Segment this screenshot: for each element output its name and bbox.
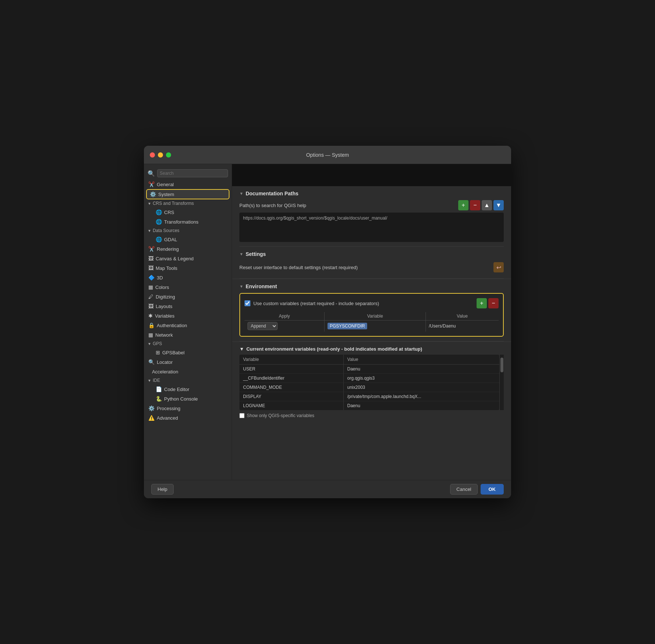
sidebar-item-locator[interactable]: 🔍 Locator (144, 357, 232, 367)
canvas-icon: 🖼 (148, 256, 153, 261)
current-env-title: ▼ Current environment variables (read-on… (239, 346, 504, 352)
cancel-button[interactable]: Cancel (450, 484, 477, 495)
sidebar-item-crs[interactable]: 🌐 CRS (144, 207, 232, 217)
var-value: /private/tmp/com.apple.launchd.bqX... (343, 392, 499, 401)
processing-icon: ⚙️ (148, 405, 155, 411)
sidebar-item-system[interactable]: ⚙️ System (146, 189, 229, 199)
table-row: __CFBundleIdentifier org.qgis.qgis3 (239, 374, 499, 383)
sidebar: 🔍 ✂️ General ⚙️ System ▼ CRS and Transfo… (144, 164, 232, 480)
sidebar-item-3d[interactable]: 🔷 3D (144, 273, 232, 282)
sidebar-item-map-tools[interactable]: 🖼 Map Tools (144, 263, 232, 273)
value-cell: /Users/Daenu (426, 321, 499, 332)
sidebar-item-authentication[interactable]: 🔒 Authentication (144, 321, 232, 330)
apply-header: Apply (245, 312, 324, 321)
sidebar-item-colors[interactable]: ▦ Colors (144, 282, 232, 292)
minimize-button[interactable] (158, 152, 163, 158)
sidebar-item-data-sources[interactable]: ▼ Data Sources (144, 227, 232, 235)
var-col-header: Variable (239, 355, 343, 365)
doc-paths-section: ▼ Documentation Paths Path(s) to search … (232, 186, 511, 246)
titlebar: Options — System (144, 146, 511, 164)
env-var-row: Append Prepend Overwrite PGSYSCONFDIR /U… (245, 321, 499, 332)
layouts-icon: 🖼 (148, 303, 153, 309)
path-buttons: + − ▲ ▼ (458, 200, 504, 210)
sidebar-item-crs-transforms[interactable]: ▼ CRS and Transforms (144, 199, 232, 207)
colors-icon: ▦ (148, 284, 153, 290)
3d-icon: 🔷 (148, 275, 155, 281)
crs-icon: 🌐 (156, 209, 162, 215)
table-row: LOGNAME Daenu (239, 401, 499, 410)
expand-icon: ▼ (148, 229, 151, 233)
sidebar-item-variables[interactable]: ✱ Variables (144, 311, 232, 321)
sidebar-item-acceleration[interactable]: Acceleration (144, 367, 232, 376)
sidebar-item-digitizing[interactable]: 🖊 Digitizing (144, 292, 232, 301)
apply-select[interactable]: Append Prepend Overwrite (247, 322, 278, 330)
maximize-button[interactable] (166, 152, 171, 158)
var-name: LOGNAME (239, 401, 343, 410)
sidebar-item-canvas-legend[interactable]: 🖼 Canvas & Legend (144, 254, 232, 263)
footer-right-buttons: Cancel OK (450, 484, 504, 495)
sidebar-item-network[interactable]: ▦ Network (144, 330, 232, 340)
table-row: DISPLAY /private/tmp/com.apple.launchd.b… (239, 392, 499, 401)
authentication-icon: 🔒 (148, 322, 155, 328)
val-col-header: Value (343, 355, 499, 365)
add-path-button[interactable]: + (458, 200, 468, 210)
settings-title: ▼ Settings (239, 251, 504, 257)
help-button[interactable]: Help (151, 484, 174, 495)
search-input[interactable] (157, 169, 228, 177)
collapse-icon: ▼ (239, 284, 243, 289)
reset-row: Reset user interface to default settings… (239, 261, 504, 274)
sidebar-item-gdal[interactable]: 🌐 GDAL (144, 235, 232, 244)
sidebar-item-code-editor[interactable]: 📄 Code Editor (144, 384, 232, 394)
gpsbabel-icon: ⊞ (156, 350, 160, 355)
var-name: USER (239, 365, 343, 374)
network-icon: ▦ (148, 332, 153, 338)
remove-var-button[interactable]: − (488, 298, 499, 308)
remove-path-button[interactable]: − (470, 200, 480, 210)
show-only-checkbox[interactable] (239, 413, 245, 418)
sidebar-item-advanced[interactable]: ⚠️ Advanced (144, 413, 232, 423)
show-only-row: Show only QGIS-specific variables (239, 410, 504, 421)
locator-icon: 🔍 (148, 359, 155, 365)
system-icon: ⚙️ (150, 191, 156, 197)
reset-button[interactable]: ↩ (493, 262, 504, 272)
add-var-button[interactable]: + (477, 298, 487, 308)
var-name: DISPLAY (239, 392, 343, 401)
python-icon: 🐍 (156, 396, 162, 402)
current-env-section: ▼ Current environment variables (read-on… (232, 341, 511, 426)
current-env-table: Variable Value USER Daenu __CFBundleIden… (239, 355, 499, 410)
move-up-button[interactable]: ▲ (482, 200, 492, 210)
table-row: USER Daenu (239, 365, 499, 374)
sidebar-item-gpsbabel[interactable]: ⊞ GPSBabel (144, 348, 232, 357)
sidebar-item-python-console[interactable]: 🐍 Python Console (144, 394, 232, 404)
sidebar-item-ide[interactable]: ▼ IDE (144, 376, 232, 384)
move-down-button[interactable]: ▼ (493, 200, 504, 210)
sidebar-item-processing[interactable]: ⚙️ Processing (144, 404, 232, 413)
env-section-title: ▼ Environment (239, 283, 504, 289)
expand-icon: ▼ (148, 202, 151, 206)
variable-value: PGSYSCONFDIR (328, 323, 367, 329)
env-vars-container: Variable Value USER Daenu __CFBundleIden… (239, 355, 504, 410)
custom-vars-checkbox[interactable] (245, 300, 250, 306)
table-scrollbar[interactable] (499, 355, 504, 410)
gdal-icon: 🌐 (156, 236, 162, 242)
sidebar-item-transformations[interactable]: 🌐 Transformations (144, 217, 232, 227)
sidebar-item-layouts[interactable]: 🖼 Layouts (144, 301, 232, 311)
apply-cell[interactable]: Append Prepend Overwrite (245, 321, 324, 332)
custom-vars-checkbox-label[interactable]: Use custom variables (restart required -… (245, 300, 379, 306)
var-name: __CFBundleIdentifier (239, 374, 343, 383)
ok-button[interactable]: OK (481, 484, 504, 495)
advanced-icon: ⚠️ (148, 415, 155, 421)
doc-paths-title: ▼ Documentation Paths (239, 191, 504, 196)
general-icon: ✂️ (148, 181, 155, 187)
expand-icon: ▼ (148, 379, 151, 383)
acceleration-icon (148, 369, 150, 375)
table-row: COMMAND_MODE unix2003 (239, 383, 499, 392)
variable-cell: PGSYSCONFDIR (324, 321, 426, 332)
sidebar-item-rendering[interactable]: ✂️ Rendering (144, 244, 232, 254)
sidebar-item-gps[interactable]: ▼ GPS (144, 340, 232, 348)
scrollbar-thumb (500, 358, 503, 372)
close-button[interactable] (150, 152, 155, 158)
collapse-icon: ▼ (239, 191, 243, 196)
value-header: Value (426, 312, 499, 321)
sidebar-item-general[interactable]: ✂️ General (144, 180, 232, 189)
